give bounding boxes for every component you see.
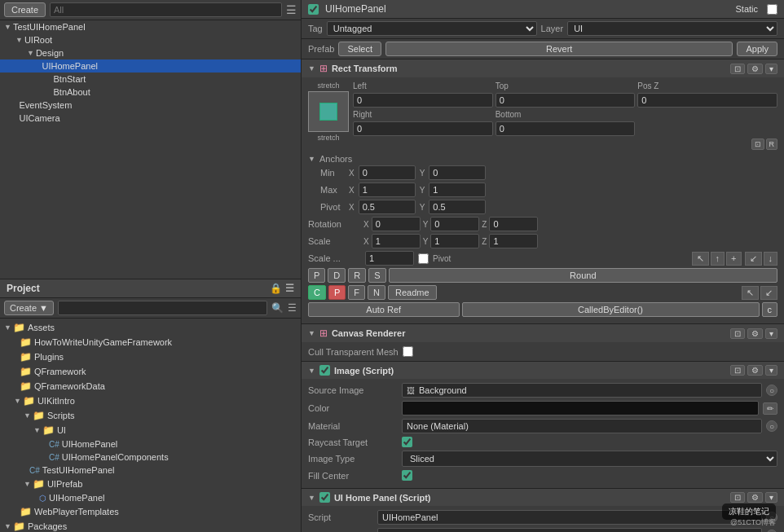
autoref-button[interactable]: Auto Ref [308,302,460,317]
rot-y-input[interactable] [430,217,479,231]
project-tree-item[interactable]: ▼📁Scripts [0,408,301,423]
rt-expand-btn[interactable]: ⊡ [751,138,764,150]
canvas-renderer-header[interactable]: ▼ ⊞ Canvas Renderer ⊡ ⚙ ▾ [302,324,784,342]
f-button[interactable]: F [348,285,365,300]
raycast-checkbox[interactable] [402,437,412,447]
project-lock-icon[interactable]: 🔒 [270,283,282,294]
uhp-icon-btn2[interactable]: ⚙ [747,492,763,503]
left-input[interactable] [353,93,493,108]
rect-transform-icon-btn2[interactable]: ⚙ [747,64,763,74]
is-icon-btn3[interactable]: ▾ [765,365,777,376]
is-icon-btn2[interactable]: ⚙ [747,365,763,376]
project-tree-item[interactable]: ▼📁UIPrefab [0,477,301,491]
project-tree-item[interactable]: ▼📁Packages [0,519,301,532]
project-menu-icon[interactable]: ☰ [285,283,294,294]
project-tree-item[interactable]: 📁HowToWriteUnityGameFramework [0,335,301,350]
prefab-apply-button[interactable]: Apply [737,42,777,56]
image-script-enabled[interactable] [319,365,330,376]
layer-select[interactable]: UI [567,21,777,36]
rect-transform-icon-btn3[interactable]: ▾ [765,64,777,74]
readme-button[interactable]: Readme [388,285,437,300]
cpfn-ul[interactable]: ↖ [742,286,759,300]
rot-x-input[interactable] [372,217,421,231]
hierarchy-item[interactable]: BtnAbout [0,86,301,99]
uhp-icon-btn3[interactable]: ▾ [765,492,777,503]
r-button[interactable]: R [348,268,366,283]
pf-button[interactable]: P [328,285,346,300]
project-search-input[interactable] [58,301,267,315]
project-tree-item[interactable]: C#UIHomePanelComponents [0,451,301,464]
hierarchy-menu-icon[interactable]: ☰ [286,3,297,16]
top-input[interactable] [496,93,636,108]
pivot-ul-btn[interactable]: ↖ [692,252,709,266]
scale-z-input[interactable] [489,234,538,248]
project-tree-item[interactable]: ⬡UIHomePanel [0,491,301,504]
project-search-icon[interactable]: 🔍 [271,302,284,314]
p-button[interactable]: P [308,268,325,283]
pivot-dl-btn[interactable]: ↙ [745,252,762,266]
ui-home-panel-header[interactable]: ▼ UI Home Panel (Script) ⊡ ⚙ ▾ [302,489,784,506]
cr-icon-btn1[interactable]: ⊡ [730,328,745,339]
project-create-button[interactable]: Create ▼ [4,301,54,315]
hierarchy-create-button[interactable]: Create [4,2,46,17]
project-tree-item[interactable]: C#TestUIHomePanel [0,464,301,477]
pivot-y-input[interactable] [429,200,486,214]
rot-z-input[interactable] [489,217,538,231]
project-tree-item[interactable]: 📁QFramework [0,364,301,379]
cpfn-dl[interactable]: ↙ [760,286,777,300]
static-checkbox[interactable] [767,4,777,15]
project-tree-item[interactable]: C#UIHomePanel [0,437,301,451]
project-tree-item[interactable]: ▼📁Assets [0,320,301,335]
rt-r-btn[interactable]: R [766,138,778,150]
c-small-button[interactable]: c [762,302,778,317]
pivot-u-btn[interactable]: ↑ [711,252,725,266]
calledby-button[interactable]: CalledByEditor() [462,302,760,317]
material-circle-btn[interactable]: ○ [766,420,777,432]
anchor-min-y-input[interactable] [429,165,486,180]
uhp-icon-btn1[interactable]: ⊡ [730,492,745,503]
pivot-checkbox[interactable] [418,253,429,264]
scale-y-input[interactable] [430,234,479,248]
anchor-max-y-input[interactable] [429,182,486,197]
rect-transform-header[interactable]: ▼ ⊞ Rect Transform ⊡ ⚙ ▾ [302,59,784,77]
script-circle-btn[interactable]: ○ [766,512,777,523]
pivot-x-input[interactable] [359,200,416,214]
hierarchy-item[interactable]: ▼TestUIHomePanel [0,20,301,33]
scale-dots-input[interactable] [365,251,414,266]
uhp-enabled[interactable] [319,492,330,503]
hierarchy-item[interactable]: BtnStart [0,73,301,86]
tag-select[interactable]: Untagged [327,21,537,36]
hierarchy-item[interactable]: ▼UIRoot [0,33,301,46]
c-button[interactable]: C [308,285,326,300]
image-type-select[interactable]: Sliced [402,451,777,467]
project-tree-item[interactable]: ▼📁UIKitIntro [0,394,301,408]
hierarchy-item[interactable]: UIHomePanel [0,59,301,73]
prefab-select-button[interactable]: Select [338,42,381,56]
cr-icon-btn3[interactable]: ▾ [765,328,777,339]
pivot-d-btn[interactable]: ↓ [764,252,778,266]
fill-center-checkbox[interactable] [402,470,412,481]
hierarchy-item[interactable]: UICamera [0,112,301,125]
anchor-max-x-input[interactable] [359,182,416,197]
project-tree-item[interactable]: 📁WebPlayerTemplates [0,504,301,519]
prefab-revert-button[interactable]: Revert [385,42,733,56]
round-button[interactable]: Round [389,268,777,283]
rect-transform-icon-btn1[interactable]: ⊡ [730,64,745,74]
scale-x-input[interactable] [372,234,421,248]
is-icon-btn1[interactable]: ⊡ [730,365,745,376]
project-lock-icon2[interactable]: ☰ [288,302,297,314]
project-tree-item[interactable]: 📁QFrameworkData [0,379,301,394]
color-preview[interactable] [402,401,759,415]
cull-checkbox[interactable] [403,346,413,357]
right-input[interactable] [353,121,493,136]
s-button[interactable]: S [368,268,385,283]
color-picker-btn[interactable]: ✏ [763,402,777,415]
hierarchy-search-input[interactable] [50,2,282,17]
pivot-add-btn[interactable]: + [726,252,741,266]
hierarchy-item[interactable]: ▼Design [0,46,301,59]
d-button[interactable]: D [328,268,346,283]
object-enabled-checkbox[interactable] [308,4,319,15]
n-button[interactable]: N [368,285,385,300]
anchor-min-x-input[interactable] [359,165,416,180]
project-tree-item[interactable]: 📁Plugins [0,350,301,364]
